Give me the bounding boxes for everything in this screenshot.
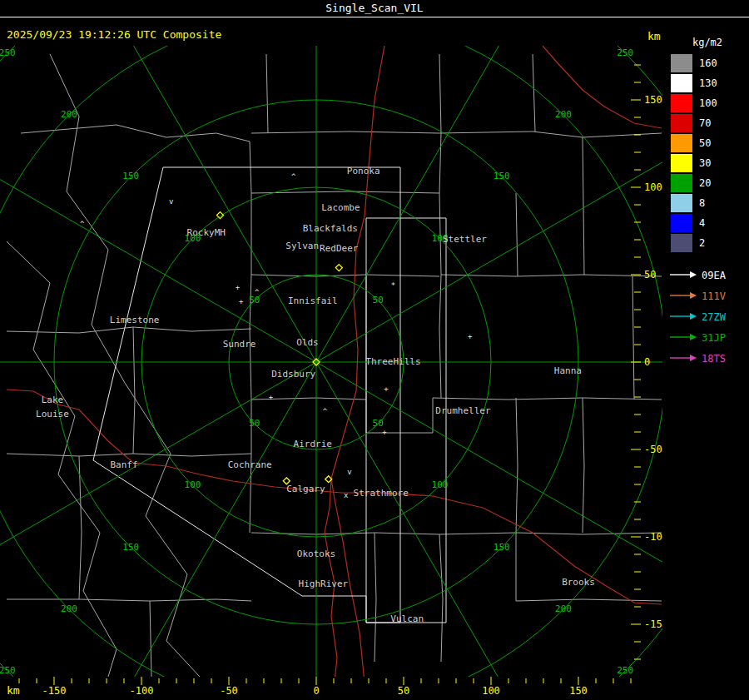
scale-value: 50 [699, 137, 711, 149]
city-label: Banff [110, 459, 137, 470]
county-boundary [7, 599, 251, 601]
point-marker-icon: v [169, 197, 173, 206]
scale-value: 20 [699, 177, 711, 189]
county-boundary [251, 132, 439, 133]
city-label: Ponoka [347, 166, 380, 176]
radar-coverage-outline [93, 167, 400, 623]
county-boundary [439, 132, 662, 137]
point-marker-icon: ^ [80, 220, 85, 228]
range-ring-label: 150 [494, 171, 510, 181]
scale-swatch [671, 174, 692, 192]
point-marker-icon: x [344, 491, 349, 499]
range-ring-label: 200 [61, 109, 77, 120]
city-label: Sundre [223, 339, 256, 350]
y-axis-label: 150 [644, 94, 662, 106]
city-label: Sylvan [285, 241, 319, 251]
city-label: Brooks [562, 577, 595, 588]
radar-app-window: Single_Scan_VIL 2025/09/23 19:12:26 UTC … [0, 0, 749, 700]
x-axis-label: 0 [313, 685, 319, 697]
y-axis-label: 0 [644, 356, 650, 368]
range-ring-label: 100 [185, 479, 201, 490]
axes-layer: -150-100-50050100150km150100500-50-100-1… [7, 65, 662, 697]
window-titlebar: Single_Scan_VIL [0, 0, 749, 17]
point-marker-icon: ^ [323, 407, 328, 415]
legend-panel: kg/m2 16013010070503020842 09EA111V27ZW3… [666, 37, 749, 369]
city-label: HighRiver [299, 578, 349, 589]
scale-swatch [671, 194, 692, 212]
scale-swatch [671, 214, 692, 232]
city-label: Okotoks [297, 549, 335, 559]
point-marker-icon: + [236, 283, 241, 291]
county-boundary [251, 533, 662, 534]
city-label: Lake [42, 395, 64, 405]
range-ring-label: 100 [432, 479, 449, 490]
legend-units-label: kg/m2 [666, 37, 749, 52]
county-boundary [583, 137, 584, 275]
y-axis-label: -50 [644, 444, 662, 455]
radar-id-label: 18TS [702, 353, 726, 365]
city-label: Innisfail [288, 295, 338, 306]
county-boundary [366, 398, 662, 433]
city-label: Didsbury [271, 369, 315, 380]
radar-legend-row: 31JP [666, 327, 749, 348]
x-axis-label: -100 [130, 685, 154, 697]
point-marker-icon: ^ [291, 172, 296, 181]
scale-swatch [671, 54, 692, 72]
radar-id-label: 111V [702, 290, 726, 302]
scale-value: 130 [699, 77, 717, 89]
county-boundary [133, 327, 135, 454]
x-axis-label: 100 [482, 685, 500, 697]
scale-value: 2 [699, 237, 705, 249]
scale-value: 4 [699, 217, 705, 229]
county-boundary [150, 601, 151, 677]
city-label: Lacombe [321, 202, 360, 213]
radar-id-label: 27ZW [702, 311, 726, 323]
y-axis-label: 100 [644, 181, 662, 193]
city-label: Calgary [286, 484, 325, 494]
x-axis-label: -150 [42, 685, 67, 697]
city-label: Drumheller [435, 405, 491, 416]
point-marker-icon: v [347, 468, 351, 476]
city-label: Strathmore [354, 488, 409, 499]
range-ring-label: 250 [0, 47, 16, 58]
color-scale: 16013010070503020842 [666, 53, 749, 253]
window-title: Single_Scan_VIL [325, 2, 423, 14]
y-axis-label: -150 [644, 618, 662, 630]
range-ring-label: 250 [617, 665, 633, 676]
range-ring-label: 150 [122, 171, 139, 181]
radar-arrow-icon [669, 330, 697, 345]
city-label: Louise [36, 409, 69, 420]
radar-legend-row: 111V [666, 285, 749, 306]
city-label: Cochrane [228, 459, 272, 470]
county-boundary [533, 54, 535, 132]
scale-value: 8 [699, 197, 705, 209]
scale-row: 50 [666, 133, 749, 153]
point-marker-icon: * [391, 281, 395, 290]
radar-id-label: 09EA [702, 270, 726, 281]
city-label: Vulcan [390, 613, 424, 624]
point-marker-icon: + [382, 428, 387, 436]
scale-swatch [671, 154, 692, 172]
scale-value: 160 [699, 57, 717, 69]
scale-value: 30 [699, 157, 711, 169]
scale-value: 100 [699, 97, 717, 109]
azimuth-spoke [67, 46, 316, 362]
city-label: RockyMH [187, 227, 226, 238]
range-ring-label: 200 [555, 603, 572, 614]
radar-id-list: 09EA111V27ZW31JP18TS [666, 265, 749, 369]
range-ring-label: 150 [122, 542, 139, 553]
city-label: Blackfalds [303, 223, 358, 234]
range-ring-label: 200 [61, 603, 77, 614]
point-marker-icon: ^ [255, 288, 260, 296]
county-boundary [441, 275, 662, 276]
y-axis-label: -100 [644, 531, 662, 543]
radar-arrow-icon [669, 309, 697, 325]
radar-legend-row: 09EA [666, 265, 749, 285]
county-boundary [632, 276, 634, 400]
point-marker-icon: + [468, 332, 473, 340]
scale-swatch [671, 234, 692, 252]
city-label: ThreeHills [365, 356, 420, 367]
x-axis-label: -50 [220, 685, 238, 697]
city-label: RedDeer [320, 243, 359, 254]
radar-arrow-icon [669, 267, 697, 283]
